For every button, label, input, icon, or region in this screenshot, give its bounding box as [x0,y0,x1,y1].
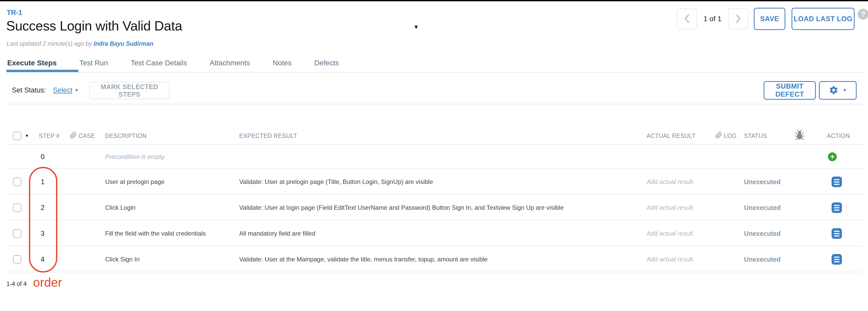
gear-icon [829,85,839,96]
tab-test-run[interactable]: Test Run [79,59,108,67]
top-border [0,0,868,1]
title-dropdown-icon[interactable]: ▼ [413,24,419,30]
step-row-1: 1 User at prelogin page Validate: User a… [0,169,868,195]
step-row-3: 3 Fill the field with the valid credenti… [0,221,868,246]
column-header-description: DESCRIPTION [105,132,147,139]
row-divider [6,272,863,272]
step-number: 1 [36,178,49,186]
annotation-order-label: order [33,275,62,289]
status-select-caret-icon[interactable]: ▼ [74,88,79,93]
step-expected-result: Validate: User at the Mainpage, validate… [239,256,488,263]
toolbar-divider [6,104,863,104]
step-action-menu-button[interactable] [832,228,842,239]
step-expected-result: Validate: User at login page (Field Edit… [239,204,564,211]
status-badge: Unexecuted [744,230,781,238]
bug-icon [795,130,804,142]
step-checkbox[interactable] [13,229,22,238]
column-header-action: ACTION [827,132,850,139]
page-indicator: 1 of 1 [697,8,728,29]
select-all-checkbox[interactable] [13,132,22,140]
step-description: Fill the field with the valid credential… [105,230,206,237]
author-link[interactable]: Indra Bayu Sudirman [94,40,153,47]
step-description: User at prelogin page [105,178,164,185]
step-checkbox[interactable] [13,204,22,212]
step-row-4: 4 Click Sign In Validate: User at the Ma… [0,246,868,272]
step-number: 0 [36,153,49,161]
step-description: Click Login [105,204,135,211]
add-actual-result-placeholder[interactable]: Add actual result. [647,230,694,237]
step-action-menu-button[interactable] [832,254,842,265]
status-badge: Unexecuted [744,256,781,263]
set-status-label: Set Status: [12,86,46,94]
settings-dropdown-button[interactable]: ▼ [819,81,857,100]
last-updated-text: Last updated 2 minute(s) ago by [7,40,94,47]
tab-test-case-details[interactable]: Test Case Details [131,59,187,67]
add-actual-result-placeholder[interactable]: Add actual result. [647,178,694,185]
tab-notes[interactable]: Notes [273,59,291,67]
steps-table: 0 Precondition is empty. + 1 User at pre… [0,145,868,272]
tab-attachments[interactable]: Attachments [210,59,250,67]
precondition-text: Precondition is empty. [105,153,165,160]
step-action-menu-button[interactable] [832,203,842,213]
column-header-expected-result: EXPECTED RESULT [239,132,297,139]
page-title: Success Login with Valid Data [6,18,182,34]
save-button[interactable]: SAVE [754,8,785,30]
column-header-log: LOG [724,132,737,139]
step-number: 4 [36,255,49,263]
step-number: 3 [36,230,49,238]
test-execution-page: TR-1 Success Login with Valid Data ▼ Las… [0,0,868,311]
chevron-down-icon: ▼ [843,88,847,93]
add-precondition-icon[interactable]: + [828,152,837,161]
status-select-dropdown[interactable]: Select [53,86,72,94]
submit-defect-button[interactable]: SUBMIT DEFECT [764,81,816,100]
step-number: 2 [36,204,49,212]
table-header: ▼ STEP # CASE DESCRIPTION EXPECTED RESUL… [0,127,868,145]
pagination-range-label: 1-4 of 4 [6,281,27,287]
select-all-caret-icon[interactable]: ▼ [25,133,29,138]
prev-page-button[interactable] [677,8,697,29]
next-page-button[interactable] [728,8,748,29]
precondition-row: 0 Precondition is empty. + [0,145,868,169]
step-action-menu-button[interactable] [832,177,842,187]
step-expected-result: All mandatory field are filled [239,230,315,237]
chevron-right-icon [735,14,741,24]
step-checkbox[interactable] [13,178,22,186]
paperclip-icon [715,131,722,140]
step-expected-result: Validate: User at prelogin page (Title, … [239,178,433,185]
add-actual-result-placeholder[interactable]: Add actual result. [647,204,694,211]
chevron-left-icon [684,14,690,24]
test-run-id-link[interactable]: TR-1 [7,9,22,17]
tab-defects[interactable]: Defects [314,59,339,67]
column-header-case: CASE [79,132,95,139]
tab-execute-steps[interactable]: Execute Steps [7,59,57,67]
column-header-step: STEP # [39,132,60,139]
help-icon[interactable]: ? [858,9,868,20]
column-header-actual-result: ACTUAL RESULT [647,132,695,139]
load-last-log-button[interactable]: LOAD LAST LOG [792,8,855,30]
mark-selected-steps-button[interactable]: MARK SELECTED STEPS [89,82,169,99]
paperclip-icon [70,131,77,140]
step-checkbox[interactable] [13,255,22,264]
step-description: Click Sign In [105,256,140,263]
tabs-divider [6,72,863,72]
tab-bar: Execute Steps Test Run Test Case Details… [7,59,339,67]
status-badge: Unexecuted [744,178,781,186]
column-header-status: STATUS [744,132,767,139]
status-badge: Unexecuted [744,204,781,212]
add-actual-result-placeholder[interactable]: Add actual result. [647,256,694,263]
step-row-2: 2 Click Login Validate: User at login pa… [0,195,868,221]
last-updated-line: Last updated 2 minute(s) ago by Indra Ba… [7,40,153,47]
